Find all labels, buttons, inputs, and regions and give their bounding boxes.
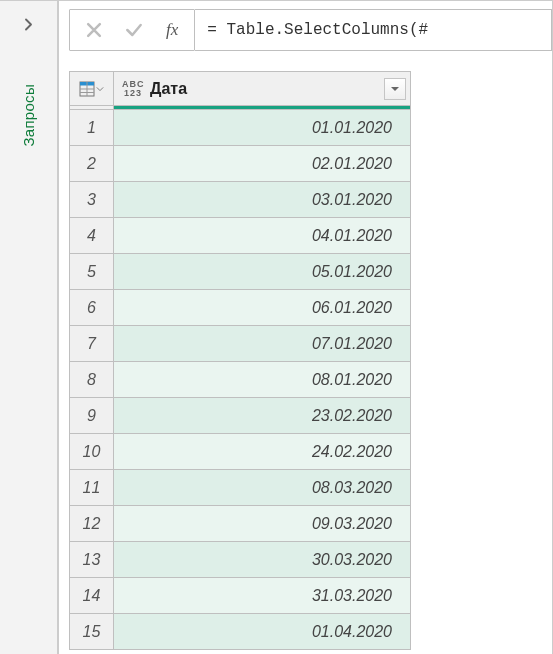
- data-cell[interactable]: 24.02.2020: [114, 434, 411, 470]
- table-row[interactable]: 2 02.01.2020: [70, 146, 411, 182]
- row-number[interactable]: 11: [70, 470, 114, 506]
- table-row[interactable]: 12 09.03.2020: [70, 506, 411, 542]
- row-number[interactable]: 5: [70, 254, 114, 290]
- data-cell[interactable]: 01.04.2020: [114, 614, 411, 650]
- data-cell[interactable]: 05.01.2020: [114, 254, 411, 290]
- cancel-formula-button[interactable]: [80, 18, 108, 42]
- confirm-formula-button[interactable]: [120, 18, 148, 42]
- formula-bar: fx = Table.SelectColumns(#: [69, 9, 552, 51]
- data-cell[interactable]: 03.01.2020: [114, 182, 411, 218]
- row-number[interactable]: 6: [70, 290, 114, 326]
- row-number[interactable]: 15: [70, 614, 114, 650]
- row-number[interactable]: 10: [70, 434, 114, 470]
- table-corner-menu[interactable]: [70, 72, 114, 106]
- row-number[interactable]: 3: [70, 182, 114, 218]
- filter-button[interactable]: [384, 78, 406, 100]
- row-number[interactable]: 14: [70, 578, 114, 614]
- data-cell[interactable]: 01.01.2020: [114, 110, 411, 146]
- data-cell[interactable]: 04.01.2020: [114, 218, 411, 254]
- row-number[interactable]: 1: [70, 110, 114, 146]
- data-cell[interactable]: 08.01.2020: [114, 362, 411, 398]
- column-header-data[interactable]: ABC 123 Дата: [114, 72, 411, 106]
- table-icon: [79, 81, 95, 97]
- formula-toolbar: fx: [69, 9, 195, 51]
- row-number[interactable]: 12: [70, 506, 114, 542]
- row-number[interactable]: 13: [70, 542, 114, 578]
- check-icon: [124, 20, 144, 40]
- table-row[interactable]: 1 01.01.2020: [70, 110, 411, 146]
- table-row[interactable]: 11 08.03.2020: [70, 470, 411, 506]
- app-container: Запросы fx = Table.SelectColumns(#: [0, 0, 553, 654]
- row-number[interactable]: 9: [70, 398, 114, 434]
- table-body: 1 01.01.2020 2 02.01.2020 3 03.01.2020 4…: [70, 110, 411, 650]
- data-cell[interactable]: 30.03.2020: [114, 542, 411, 578]
- data-table: ABC 123 Дата: [69, 71, 411, 650]
- row-number[interactable]: 2: [70, 146, 114, 182]
- expand-sidebar-button[interactable]: [14, 9, 44, 39]
- table-row[interactable]: 6 06.01.2020: [70, 290, 411, 326]
- x-icon: [84, 20, 104, 40]
- data-cell[interactable]: 23.02.2020: [114, 398, 411, 434]
- chevron-down-icon: [390, 84, 400, 94]
- data-cell[interactable]: 06.01.2020: [114, 290, 411, 326]
- formula-input[interactable]: = Table.SelectColumns(#: [195, 9, 552, 51]
- row-number[interactable]: 7: [70, 326, 114, 362]
- column-type-icon[interactable]: ABC 123: [122, 80, 144, 96]
- main-area: fx = Table.SelectColumns(#: [58, 1, 553, 654]
- table-row[interactable]: 14 31.03.2020: [70, 578, 411, 614]
- data-cell[interactable]: 31.03.2020: [114, 578, 411, 614]
- sidebar-label[interactable]: Запросы: [20, 84, 37, 147]
- chevron-down-icon: [96, 85, 104, 93]
- row-number[interactable]: 8: [70, 362, 114, 398]
- table-row[interactable]: 8 08.01.2020: [70, 362, 411, 398]
- table-row[interactable]: 5 05.01.2020: [70, 254, 411, 290]
- data-cell[interactable]: 08.03.2020: [114, 470, 411, 506]
- table-row[interactable]: 7 07.01.2020: [70, 326, 411, 362]
- fx-label[interactable]: fx: [160, 20, 184, 40]
- table-row[interactable]: 3 03.01.2020: [70, 182, 411, 218]
- queries-sidebar: Запросы: [0, 1, 58, 654]
- table-row[interactable]: 9 23.02.2020: [70, 398, 411, 434]
- table-row[interactable]: 10 24.02.2020: [70, 434, 411, 470]
- table-row[interactable]: 13 30.03.2020: [70, 542, 411, 578]
- data-table-wrapper: ABC 123 Дата: [69, 71, 552, 654]
- table-row[interactable]: 4 04.01.2020: [70, 218, 411, 254]
- column-header-label: Дата: [150, 80, 187, 98]
- data-cell[interactable]: 09.03.2020: [114, 506, 411, 542]
- row-number[interactable]: 4: [70, 218, 114, 254]
- data-cell[interactable]: 02.01.2020: [114, 146, 411, 182]
- table-row[interactable]: 15 01.04.2020: [70, 614, 411, 650]
- data-cell[interactable]: 07.01.2020: [114, 326, 411, 362]
- chevron-right-icon: [21, 17, 36, 32]
